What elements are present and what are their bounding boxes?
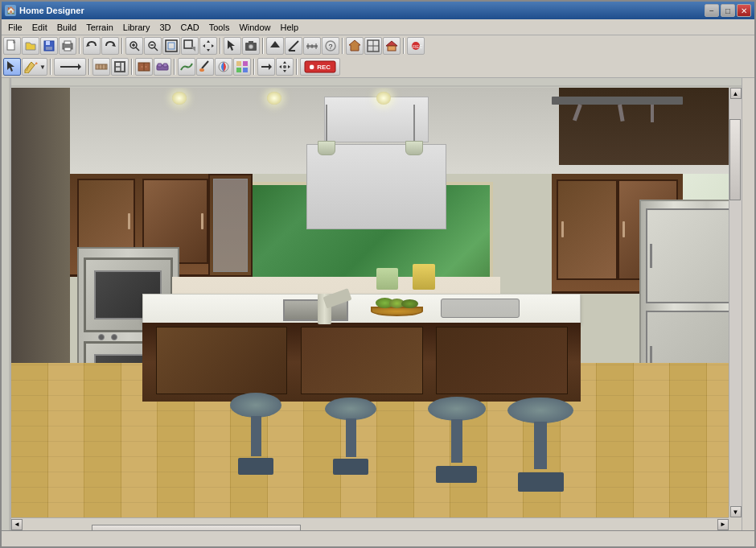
- svg-rect-43: [388, 46, 396, 51]
- kitchen-island: [142, 294, 581, 402]
- redo-button[interactable]: [101, 37, 119, 55]
- svg-marker-21: [207, 49, 210, 52]
- scroll-up-button[interactable]: ▲: [730, 88, 742, 99]
- record2-button[interactable]: ⏺ REC: [300, 58, 340, 76]
- svg-marker-8: [112, 43, 116, 47]
- sep4: [262, 38, 264, 54]
- pendant-shade-2: [405, 141, 423, 155]
- menu-window[interactable]: Window: [234, 21, 275, 34]
- bottle-2: [413, 264, 434, 290]
- zoom-fit-button[interactable]: [162, 37, 180, 55]
- record-button[interactable]: REC: [407, 37, 425, 55]
- svg-marker-7: [86, 43, 90, 47]
- arrow-right-button[interactable]: [257, 58, 275, 76]
- menu-file[interactable]: File: [3, 21, 27, 34]
- cabinet-button[interactable]: [135, 58, 153, 76]
- move-button[interactable]: [276, 58, 294, 76]
- camera-button[interactable]: [242, 37, 260, 55]
- window-title: Home Designer: [19, 6, 84, 15]
- furniture-button[interactable]: [154, 58, 171, 76]
- oven-controls: [98, 334, 117, 340]
- select2-button[interactable]: [3, 58, 21, 76]
- scroll-down-button[interactable]: ▼: [730, 506, 742, 517]
- house-button[interactable]: [346, 37, 364, 55]
- fruit-3: [401, 299, 418, 308]
- menu-terrain[interactable]: Terrain: [81, 21, 118, 34]
- glass-cabinet: [208, 174, 252, 277]
- svg-marker-19: [191, 47, 195, 52]
- cabinet-door-3: [557, 179, 617, 280]
- minimize-button[interactable]: −: [705, 4, 719, 17]
- floor-button[interactable]: [364, 37, 382, 55]
- pendant-wire-1: [326, 105, 327, 141]
- v-scroll-track[interactable]: [729, 99, 742, 506]
- pencil-dropdown[interactable]: ▼: [22, 58, 47, 76]
- stool-1: [230, 393, 281, 474]
- h-scroll-thumb[interactable]: [92, 525, 300, 531]
- wall-button[interactable]: [92, 58, 110, 76]
- svg-rect-5: [64, 41, 71, 44]
- cabinet-handle-4: [622, 221, 625, 237]
- svg-rect-70: [243, 61, 248, 66]
- roof-button[interactable]: [383, 37, 401, 55]
- new-button[interactable]: [3, 37, 21, 55]
- svg-rect-72: [243, 68, 248, 72]
- sep11: [253, 59, 255, 75]
- sep6: [403, 38, 405, 54]
- maximize-button[interactable]: □: [721, 4, 735, 17]
- 3d-viewport[interactable]: [11, 88, 742, 517]
- save-button[interactable]: [40, 37, 58, 55]
- up-view-button[interactable]: [266, 37, 284, 55]
- title-bar-controls: − □ ✕: [705, 4, 751, 17]
- stool-base-4: [518, 472, 564, 491]
- angle-view-button[interactable]: [285, 37, 302, 55]
- paint-brush-button[interactable]: [196, 58, 214, 76]
- help-button[interactable]: ?: [322, 37, 339, 55]
- menu-3d[interactable]: 3D: [154, 21, 175, 34]
- stool-4: [507, 398, 573, 492]
- color-button[interactable]: [215, 58, 232, 76]
- pendant-shade-1: [318, 141, 335, 155]
- vertical-scrollbar: ▲ ▼: [729, 88, 742, 517]
- pan-button[interactable]: [199, 37, 217, 55]
- svg-marker-77: [279, 65, 281, 68]
- menu-edit[interactable]: Edit: [27, 21, 52, 34]
- sep2: [121, 38, 123, 54]
- svg-rect-64: [158, 64, 162, 67]
- open-button[interactable]: [22, 37, 39, 55]
- v-scroll-thumb[interactable]: [729, 119, 741, 200]
- svg-text:?: ?: [329, 43, 333, 51]
- line-dropdown[interactable]: [54, 58, 86, 76]
- menu-build[interactable]: Build: [52, 21, 81, 34]
- terrain-button[interactable]: [178, 58, 195, 76]
- print-button[interactable]: [59, 37, 76, 55]
- sep10: [174, 59, 175, 75]
- viewport[interactable]: ◄ ► ▲ ▼: [11, 78, 742, 530]
- svg-point-61: [142, 66, 143, 68]
- room-button[interactable]: [111, 58, 129, 76]
- select-button[interactable]: [224, 37, 241, 55]
- menu-cad[interactable]: CAD: [175, 21, 203, 34]
- knob-1: [98, 334, 105, 340]
- scroll-right-button[interactable]: ►: [717, 519, 729, 530]
- menu-library[interactable]: Library: [118, 21, 155, 34]
- zoom-window-button[interactable]: [181, 37, 199, 55]
- scroll-left-button[interactable]: ◄: [11, 519, 23, 530]
- material-button[interactable]: [233, 58, 251, 76]
- menu-tools[interactable]: Tools: [204, 21, 235, 34]
- close-button[interactable]: ✕: [737, 4, 751, 17]
- menu-help[interactable]: Help: [276, 21, 304, 34]
- zoom-out-button[interactable]: [144, 37, 162, 55]
- glass-panel: [213, 179, 247, 272]
- undo-button[interactable]: [83, 37, 101, 55]
- measure-button[interactable]: [303, 37, 321, 55]
- stool-3: [428, 397, 487, 483]
- menu-bar: File Edit Build Terrain Library 3D CAD T…: [2, 19, 754, 35]
- main-area: ◄ ► ▲ ▼: [2, 78, 754, 530]
- svg-marker-22: [203, 44, 205, 47]
- zoom-in-button[interactable]: [125, 37, 143, 55]
- stool-stem-3: [451, 419, 463, 462]
- stool-stem-2: [346, 418, 356, 457]
- stool-base-3: [436, 466, 477, 483]
- svg-rect-69: [236, 61, 241, 66]
